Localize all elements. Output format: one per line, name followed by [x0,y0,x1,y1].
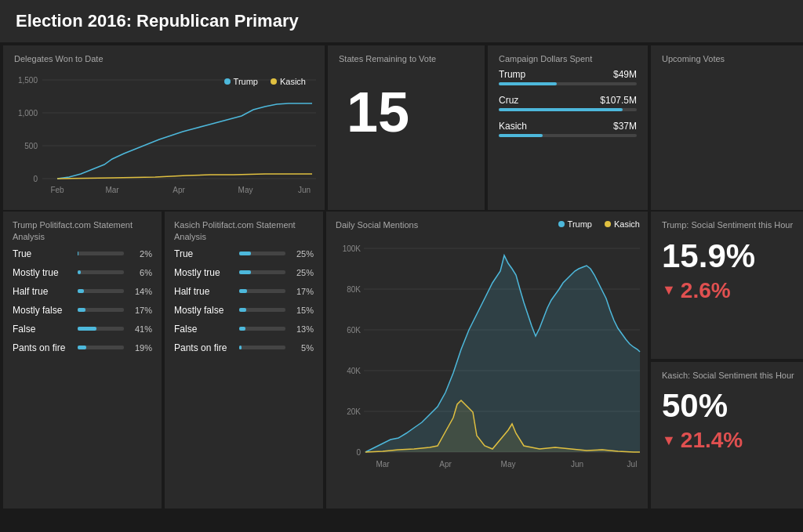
social-chart: 100K 80K 60K 40K 20K 0 Mar Apr May Jun J… [336,236,641,479]
campaign-kasich: Kasich $37M [499,121,637,137]
svg-text:80K: 80K [347,285,361,294]
kasich-sentiment-change-value: 21.4% [681,428,743,453]
kasich-sentiment-change: 21.4% [662,428,798,453]
kasich-legend-item: Kasich [271,77,306,86]
svg-text:20K: 20K [347,407,361,416]
svg-text:0: 0 [356,448,361,457]
kasich-pf-row-false: False 13% [174,324,314,335]
campaign-cruz-name: Cruz [499,95,518,106]
states-value: 15 [339,80,474,144]
trump-sentiment-change-value: 2.6% [681,278,731,303]
campaign-kasich-amount: $37M [613,121,637,132]
trump-pf-title: Trump Politifact.com Statement Analysis [13,219,152,242]
svg-text:60K: 60K [347,326,361,335]
svg-text:Mar: Mar [105,186,119,194]
campaign-rows: Trump $49M Cruz $107.5M Kasich $37M [499,69,637,137]
trump-sentiment-title: Trump: Social Sentiment this Hour [662,219,798,230]
kasich-politifact-card: Kasich Politifact.com Statement Analysis… [165,212,323,508]
social-kasich-legend: Kasich [605,219,640,229]
delegates-legend: Trump Kasich [224,77,306,86]
trump-pf-row-mostly-false: Mostly false 17% [13,305,152,316]
campaign-trump-bar [499,82,557,85]
kasich-pf-rows: True 25% Mostly true 25% Half true 17% M… [174,248,314,353]
page-title: Election 2016: Republican Primary [16,11,299,31]
kasich-pf-row-mostly-false: Mostly false 15% [174,305,314,316]
states-title: States Remaining to Vote [339,53,474,64]
kasich-sentiment-title: Kasich: Social Sentiment this Hour [662,370,798,381]
svg-text:1,000: 1,000 [18,109,38,118]
delegates-chart: 1,500 1,000 500 0 Feb Mar Apr May Jun [14,69,320,202]
trump-politifact-card: Trump Politifact.com Statement Analysis … [3,212,162,508]
campaign-trump: Trump $49M [499,69,637,85]
campaign-cruz: Cruz $107.5M [499,95,637,111]
states-card: States Remaining to Vote 15 [328,45,485,210]
svg-text:May: May [238,186,253,194]
kasich-pf-row-half-true: Half true 17% [174,286,314,297]
social-kasich-dot [605,221,611,227]
kasich-pf-row-true: True 25% [174,248,314,259]
svg-text:Feb: Feb [50,186,64,194]
trump-pf-row-true: True 2% [13,248,152,259]
svg-text:1,500: 1,500 [18,76,38,85]
social-trump-label: Trump [568,219,592,229]
social-trump-dot [558,221,565,227]
campaign-cruz-bar [499,108,623,111]
svg-text:Apr: Apr [173,186,185,194]
sentiment-column: Trump: Social Sentiment this Hour 15.9% … [651,212,803,508]
page-header: Election 2016: Republican Primary [0,0,803,42]
campaign-trump-amount: $49M [613,69,637,80]
trump-pf-row-mostly-true: Mostly true 6% [13,267,152,278]
campaign-trump-name: Trump [499,69,525,80]
svg-text:Jun: Jun [571,460,583,469]
social-trump-legend: Trump [558,219,592,229]
svg-text:May: May [501,460,516,469]
svg-text:Apr: Apr [439,460,452,469]
kasich-sentiment-card: Kasich: Social Sentiment this Hour 50% 2… [651,362,803,509]
svg-text:0: 0 [33,175,38,183]
trump-pf-row-false: False 41% [13,324,152,335]
trump-legend-item: Trump [224,77,258,86]
svg-text:Jul: Jul [627,460,638,469]
social-mentions-card: Daily Social Mentions Trump Kasich 100K … [326,212,648,508]
delegates-card: Delegates Won to Date Trump Kasich 1,500… [3,45,325,210]
svg-text:500: 500 [24,142,38,150]
svg-text:40K: 40K [347,367,361,375]
kasich-pf-title: Kasich Politifact.com Statement Analysis [174,219,314,242]
trump-pf-row-pants-fire: Pants on fire 19% [13,342,152,353]
trump-legend-label: Trump [234,77,258,86]
kasich-sentiment-value: 50% [662,387,798,425]
kasich-pf-row-mostly-true: Mostly true 25% [174,267,314,278]
svg-text:Jun: Jun [298,186,311,194]
trump-sentiment-card: Trump: Social Sentiment this Hour 15.9% … [651,212,803,359]
delegates-title: Delegates Won to Date [14,53,314,64]
trump-pf-rows: True 2% Mostly true 6% Half true 14% Mos… [13,248,152,353]
trump-legend-dot [224,78,231,85]
campaign-title: Campaign Dollars Spent [499,53,637,64]
trump-sentiment-change: 2.6% [662,278,798,303]
upcoming-title: Upcoming Votes [662,53,797,64]
svg-text:100K: 100K [343,244,362,253]
campaign-cruz-amount: $107.5M [600,95,637,106]
trump-pf-row-half-true: Half true 14% [13,286,152,297]
social-legend: Trump Kasich [558,219,640,229]
svg-text:Mar: Mar [376,460,390,469]
trump-sentiment-value: 15.9% [662,237,798,275]
campaign-kasich-bar [499,134,543,137]
upcoming-card: Upcoming Votes [651,45,803,210]
kasich-pf-row-pants-fire: Pants on fire 5% [174,342,314,353]
campaign-kasich-name: Kasich [499,121,527,132]
campaign-card: Campaign Dollars Spent Trump $49M Cruz $… [488,45,648,210]
kasich-legend-dot [271,78,277,85]
social-kasich-label: Kasich [614,219,640,229]
kasich-legend-label: Kasich [280,77,306,86]
